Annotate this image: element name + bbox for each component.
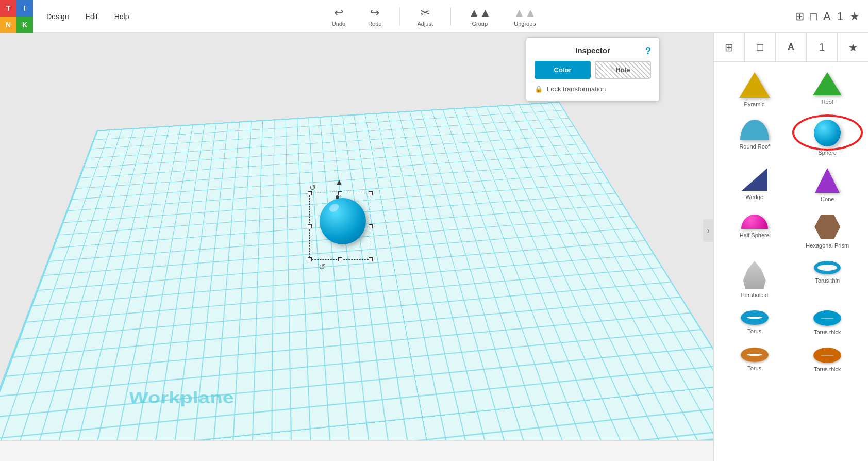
panel-grid-icon[interactable]: ⊞ (714, 33, 745, 61)
lock-label: Lock transformation (547, 85, 606, 93)
torus-thick-label: Torus thick (814, 329, 841, 335)
undo-icon: ↩ (334, 6, 343, 20)
torus-bronze-label: Torus (747, 365, 761, 371)
torus-thin-label: Torus thin (815, 277, 840, 284)
shape-item-half-sphere[interactable]: Half Sphere (718, 208, 791, 255)
panel-header: ⊞ □ A 1 ★ (714, 33, 868, 62)
shapes-grid: Pyramid Roof Round Roof Sphere Wedge Con… (714, 62, 868, 383)
nav-design[interactable]: Design (39, 8, 76, 25)
paraboloid-label: Paraboloid (741, 292, 768, 298)
undo-label: Undo (332, 21, 345, 27)
torus-thick-bronze-label: Torus thick (814, 366, 841, 372)
toolbar-separator (399, 7, 399, 26)
grid-surface (0, 102, 713, 440)
star-icon[interactable]: ★ (849, 10, 860, 23)
shape-item-torus[interactable]: Torus (718, 304, 791, 341)
group-button[interactable]: ▲▲ Group (463, 2, 496, 31)
paraboloid-icon (743, 261, 766, 289)
shape-item-torus-thick-bronze[interactable]: Torus thick (791, 341, 864, 378)
panel-cube-icon[interactable]: □ (745, 33, 776, 61)
shape-item-sphere[interactable]: Sphere (791, 113, 864, 162)
group-icon: ▲▲ (469, 6, 491, 20)
nav-edit[interactable]: Edit (78, 8, 105, 25)
color-button[interactable]: Color (535, 61, 591, 79)
right-panel: ⊞ □ A 1 ★ Pyramid Roof Round Roof Sphere (713, 33, 868, 461)
shape-item-torus-thick[interactable]: Torus thick (791, 304, 864, 341)
nav-menu: Design Edit Help (33, 8, 143, 25)
hex-prism-icon (814, 215, 840, 239)
round-roof-icon (740, 120, 769, 140)
shape-item-torus-thin[interactable]: Torus thin (791, 255, 864, 304)
cone-label: Cone (821, 196, 834, 202)
redo-button[interactable]: ↪ Redo (363, 2, 387, 31)
torus-thin-icon (814, 261, 841, 274)
roof-icon (813, 72, 842, 95)
shape-item-hex-prism[interactable]: Hexagonal Prism (791, 208, 864, 255)
panel-text-icon[interactable]: A (776, 33, 807, 61)
shape-item-torus-bronze[interactable]: Torus (718, 341, 791, 378)
redo-icon: ↪ (370, 6, 379, 20)
inspector-buttons: Color Hole (535, 61, 651, 79)
cube-icon[interactable]: □ (810, 10, 817, 23)
logo-t: T (0, 0, 16, 17)
panel-star-icon[interactable]: ★ (838, 33, 868, 61)
logo-i: I (16, 0, 33, 17)
inspector-help-button[interactable]: ? (645, 46, 651, 57)
sphere-icon (814, 120, 841, 146)
adjust-label: Adjust (417, 21, 433, 27)
lock-transform[interactable]: 🔒 Lock transformation (535, 85, 651, 93)
half-sphere-label: Half Sphere (740, 232, 770, 238)
torus-thick-bronze-icon (813, 348, 841, 363)
rotate-handle-bl[interactable]: ↺ (319, 262, 325, 272)
logo-k: K (16, 17, 33, 33)
top-arrow: ▲ (335, 177, 343, 187)
sphere-3d (320, 198, 366, 244)
round-roof-label: Round Roof (739, 143, 770, 150)
shape-item-paraboloid[interactable]: Paraboloid (718, 255, 791, 304)
rotate-handle-tl[interactable]: ↺ (309, 183, 316, 192)
toolbar-right: ⊞ □ A 1 ★ (795, 0, 868, 33)
group-label: Group (472, 21, 488, 27)
wedge-label: Wedge (745, 194, 763, 200)
cone-icon (815, 168, 840, 193)
logo-n: N (0, 17, 16, 33)
hole-button[interactable]: Hole (595, 61, 651, 79)
panel-collapse-button[interactable]: › (703, 219, 713, 242)
adjust-icon: ✂ (421, 6, 430, 20)
number-icon[interactable]: 1 (837, 10, 843, 23)
logo[interactable]: T I N K E R (0, 0, 33, 33)
ungroup-label: Ungroup (514, 21, 536, 27)
nav-help[interactable]: Help (107, 8, 137, 25)
ungroup-button[interactable]: ▲▲ Ungroup (509, 2, 542, 31)
panel-number-icon[interactable]: 1 (807, 33, 838, 61)
shape-item-wedge[interactable]: Wedge (718, 162, 791, 208)
workplane (0, 102, 713, 440)
shape-item-roof[interactable]: Roof (791, 66, 864, 113)
sphere-label: Sphere (819, 150, 837, 156)
torus-thick-icon (813, 310, 841, 326)
torus-bronze-icon (741, 348, 769, 362)
undo-button[interactable]: ↩ Undo (327, 2, 350, 31)
torus-label: Torus (747, 328, 761, 334)
inspector-title: Inspector (535, 46, 651, 55)
pyramid-icon (739, 72, 770, 98)
lock-icon: 🔒 (535, 85, 543, 93)
shape-item-pyramid[interactable]: Pyramid (718, 66, 791, 113)
hex-prism-label: Hexagonal Prism (806, 242, 849, 249)
pyramid-label: Pyramid (744, 101, 765, 107)
ungroup-icon: ▲▲ (514, 6, 537, 20)
wedge-icon (742, 168, 767, 191)
shape-item-round-roof[interactable]: Round Roof (718, 113, 791, 162)
topbar: T I N K E R Design Edit Help ↩ Undo ↪ Re… (0, 0, 868, 33)
half-sphere-icon (741, 215, 768, 229)
sphere-object[interactable] (320, 198, 366, 244)
redo-label: Redo (368, 21, 381, 27)
torus-icon (741, 310, 769, 325)
shape-item-cone[interactable]: Cone (791, 162, 864, 208)
toolbar-separator2 (450, 7, 451, 26)
roof-label: Roof (822, 98, 833, 105)
text-icon[interactable]: A (823, 10, 831, 23)
grid-icon[interactable]: ⊞ (795, 10, 804, 23)
inspector-panel: Inspector Color Hole 🔒 Lock transformati… (526, 37, 660, 102)
adjust-button[interactable]: ✂ Adjust (412, 2, 438, 31)
